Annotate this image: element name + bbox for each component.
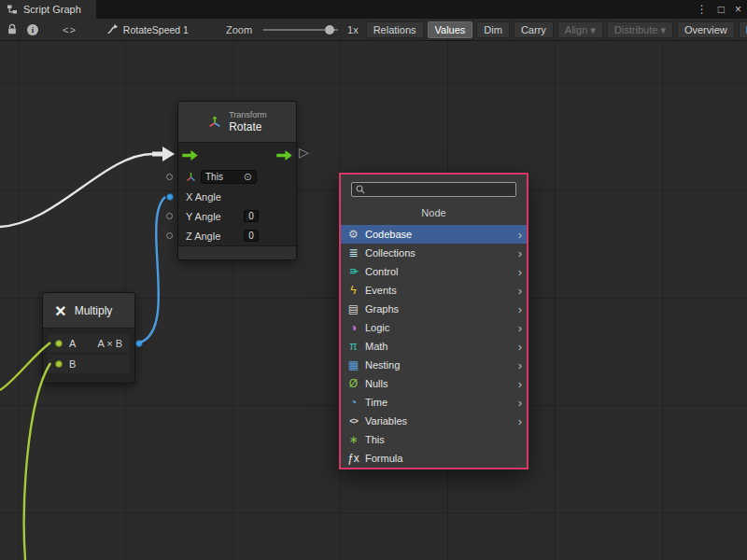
- finder-list: ⚙Codebase›≣Collections›⋔Control›ϟEvents›…: [341, 225, 527, 468]
- this-port[interactable]: [166, 174, 173, 180]
- lock-icon[interactable]: [7, 23, 18, 35]
- x-angle-row: X Angle: [178, 187, 296, 206]
- control-branch-icon: ⋔: [348, 265, 359, 279]
- input-a-port[interactable]: [55, 340, 63, 347]
- toolbar-button-dim[interactable]: Dim: [476, 21, 510, 38]
- graph-canvas[interactable]: Transform Rotate: [0, 41, 747, 560]
- finder-item-math[interactable]: πMath›: [341, 337, 527, 356]
- info-icon[interactable]: i: [27, 24, 38, 35]
- toolbar-button-relations[interactable]: Relations: [366, 21, 424, 38]
- output-label: A × B: [97, 338, 122, 349]
- this-port-row: This ⊙: [178, 167, 296, 187]
- finder-item-label: Collections: [365, 247, 514, 259]
- chevron-right-icon: ›: [518, 397, 522, 409]
- chevron-right-icon: ›: [518, 378, 522, 390]
- this-star-icon: ∗: [346, 434, 360, 445]
- finder-item-nulls[interactable]: ØNulls›: [341, 374, 527, 393]
- port-label-a: A: [69, 338, 76, 349]
- output-port[interactable]: [135, 340, 143, 347]
- zoom-slider-handle[interactable]: [325, 25, 334, 35]
- search-icon: [356, 185, 365, 194]
- finder-item-logic[interactable]: ◑Logic›: [341, 318, 527, 337]
- input-b-port[interactable]: [55, 360, 63, 368]
- y-angle-input[interactable]: 0: [244, 210, 259, 222]
- formula-fx-icon: ƒx: [346, 453, 360, 464]
- toolbar-button-carry[interactable]: Carry: [514, 21, 554, 38]
- object-picker-icon[interactable]: ⊙: [244, 172, 252, 182]
- chevron-right-icon: ›: [518, 266, 522, 278]
- null-icon: Ø: [346, 378, 360, 389]
- chevron-right-icon: ›: [518, 415, 522, 427]
- finder-item-nesting[interactable]: ▦Nesting›: [341, 356, 527, 374]
- gear-icon: ⚙: [346, 229, 360, 240]
- zoom-slider[interactable]: [263, 29, 338, 31]
- node-kind-label: Transform: [229, 110, 267, 119]
- search-field[interactable]: [351, 182, 516, 197]
- port-label-y: Y Angle: [186, 211, 231, 222]
- finder-item-variables[interactable]: <>Variables›: [341, 412, 527, 430]
- finder-item-label: Logic: [365, 322, 514, 333]
- y-angle-row: Y Angle 0: [178, 206, 296, 226]
- y-angle-port[interactable]: [166, 213, 173, 219]
- flow-continuation-triangle-icon: ▷: [299, 146, 309, 159]
- tab-script-graph[interactable]: Script Graph: [0, 0, 96, 19]
- node-multiply-header[interactable]: × Multiply: [43, 293, 134, 329]
- this-field-label: This: [205, 172, 223, 182]
- toolbar-button-values[interactable]: Values: [428, 21, 473, 38]
- finder-item-label: This: [365, 434, 522, 445]
- finder-item-collections[interactable]: ≣Collections›: [341, 244, 527, 262]
- chevron-right-icon: ›: [518, 341, 522, 353]
- finder-item-events[interactable]: ϟEvents›: [341, 281, 527, 300]
- flow-input-arrow-icon[interactable]: [182, 150, 198, 161]
- z-angle-row: Z Angle 0: [178, 226, 296, 245]
- finder-item-label: Nesting: [365, 359, 514, 371]
- nesting-grid-icon: ▦: [346, 359, 360, 371]
- transform-icon: [207, 115, 222, 130]
- finder-item-codebase[interactable]: ⚙Codebase›: [341, 225, 527, 244]
- toolbar-button-distribute[interactable]: Distribute ▾: [607, 21, 673, 38]
- port-label-x: X Angle: [186, 191, 231, 203]
- finder-item-label: Nulls: [365, 378, 514, 389]
- this-object-field[interactable]: This ⊙: [201, 170, 257, 184]
- variables-icon: <>: [346, 417, 360, 426]
- pi-icon: π: [346, 341, 360, 352]
- clock-icon: ◔: [346, 397, 360, 408]
- finder-item-this[interactable]: ∗This: [341, 430, 527, 449]
- finder-item-label: Graphs: [365, 303, 514, 315]
- finder-item-formula[interactable]: ƒxFormula: [341, 449, 527, 468]
- window-maximize-icon[interactable]: □: [718, 4, 725, 15]
- finder-item-time[interactable]: ◔Time›: [341, 393, 527, 412]
- finder-item-label: Codebase: [365, 229, 514, 240]
- finder-item-label: Variables: [365, 415, 514, 427]
- finder-item-control[interactable]: ⋔Control›: [341, 262, 527, 281]
- node-rotate-header[interactable]: Transform Rotate: [178, 102, 296, 143]
- node-multiply-body: A A × B B: [43, 329, 134, 383]
- logic-icon: ◑: [346, 322, 360, 333]
- chevron-right-icon: ›: [518, 359, 522, 371]
- window-menu-icon[interactable]: ⋮: [697, 4, 708, 15]
- toolbar-button-align[interactable]: Align ▾: [557, 21, 603, 38]
- z-angle-input[interactable]: 0: [244, 230, 259, 242]
- lightning-icon: ϟ: [346, 285, 360, 296]
- toolbar-button-full-screen[interactable]: Full Screen: [739, 21, 747, 38]
- graph-name[interactable]: RotateSpeed 1: [123, 24, 189, 35]
- search-input[interactable]: [369, 184, 512, 195]
- x-angle-port[interactable]: [166, 193, 174, 201]
- z-angle-port[interactable]: [166, 232, 173, 239]
- finder-item-label: Events: [365, 285, 514, 296]
- multiply-row-a: A A × B: [48, 334, 130, 353]
- node-multiply[interactable]: × Multiply A A × B B: [42, 292, 135, 384]
- window-close-icon[interactable]: ×: [735, 4, 741, 15]
- port-label-b: B: [69, 358, 76, 370]
- tab-title: Script Graph: [23, 4, 81, 15]
- window-controls: ⋮ □ ×: [697, 0, 741, 19]
- node-title: Multiply: [75, 304, 113, 317]
- finder-item-graphs[interactable]: ▤Graphs›: [341, 300, 527, 318]
- finder-header: Node: [341, 203, 527, 225]
- toolbar-button-overview[interactable]: Overview: [677, 21, 735, 38]
- flow-output-arrow-icon[interactable]: [276, 150, 292, 161]
- collapse-icon[interactable]: <>: [63, 24, 77, 35]
- node-rotate[interactable]: Transform Rotate: [177, 101, 297, 260]
- finder-item-label: Control: [365, 266, 514, 277]
- node-title: Rotate: [229, 120, 267, 133]
